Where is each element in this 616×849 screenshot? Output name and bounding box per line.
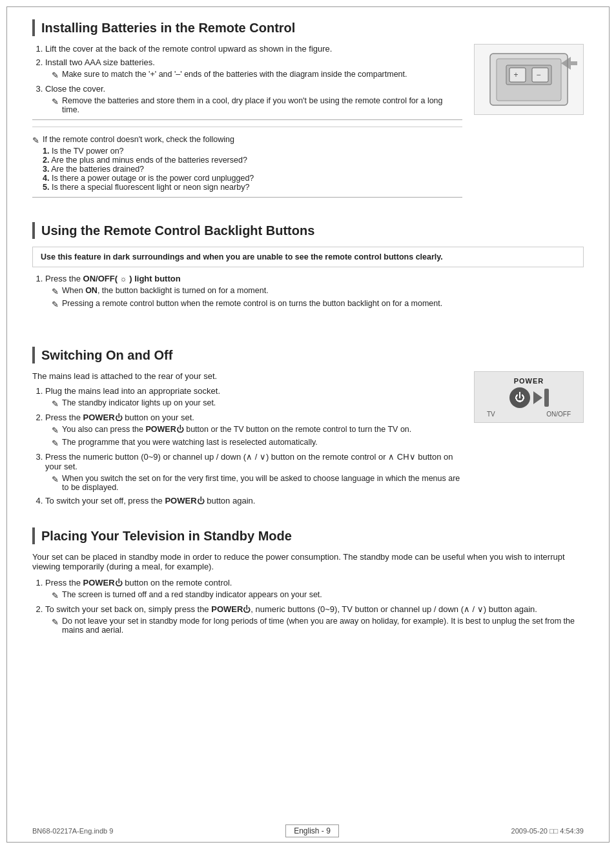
note-icon-10: ✎: [52, 617, 59, 627]
section3-note-2a: ✎ You also can press the POWER⏻ button o…: [52, 425, 462, 435]
section3-intro: The mains lead is attached to the rear o…: [32, 371, 462, 381]
step-1-2-note-text: Make sure to match the '+' and '–' ends …: [62, 70, 462, 79]
section1-text: Lift the cover at the back of the remote…: [32, 44, 462, 204]
section1-content: Lift the cover at the back of the remote…: [32, 44, 584, 204]
troubleshoot-note: ✎ If the remote control doesn't work, ch…: [32, 135, 462, 192]
footer-left: BN68-02217A-Eng.indb 9: [32, 827, 113, 835]
battery-image: + −: [474, 44, 584, 115]
section4-title: Placing Your Television in Standby Mode: [32, 527, 584, 544]
svg-text:+: +: [513, 70, 518, 79]
tv-label: TV: [487, 411, 495, 418]
power-image-inner: POWER ⏻ TV ON/OFF: [487, 377, 571, 418]
note-icon-3: ✎: [52, 287, 59, 296]
power-icon-1: ⏻: [115, 413, 123, 422]
power-icon-3: ⏻: [197, 496, 205, 506]
step-1-3-text: Close the cover.: [45, 84, 105, 94]
section4-step-2: To switch your set back on, simply press…: [45, 604, 584, 635]
power-label: POWER: [487, 377, 571, 385]
note-icon-4: ✎: [52, 300, 59, 309]
note-icon-6: ✎: [52, 425, 59, 435]
note-icon-2: ✎: [52, 97, 59, 107]
section3-note-2a-text: You also can press the POWER⏻ button or …: [62, 425, 462, 434]
troubleshoot-content: If the remote control doesn't work, chec…: [43, 135, 254, 192]
section3-text: The mains lead is attached to the rear o…: [32, 371, 462, 509]
troubleshoot-items: 1. Is the TV power on? 2. Are the plus a…: [43, 147, 254, 192]
spacer-1: [32, 327, 584, 347]
section3-content: The mains lead is attached to the rear o…: [32, 371, 584, 509]
step-1-1: Lift the cover at the back of the remote…: [45, 44, 462, 54]
battery-svg: + −: [477, 47, 580, 112]
power-bar: [544, 389, 549, 407]
section2-note-2-text: Pressing a remote control button when th…: [62, 299, 584, 308]
section3-step2-text: Press the POWER⏻ button on your set.: [45, 413, 194, 422]
section2-note-2: ✎ Pressing a remote control button when …: [52, 299, 584, 309]
section4-steps: Press the POWER⏻ button on the remote co…: [32, 578, 584, 635]
note-icon-9: ✎: [52, 591, 59, 600]
section2-note-1: ✎ When ON, the button backlight is turne…: [52, 286, 584, 296]
arrow-icon: [533, 391, 542, 404]
section1-steps: Lift the cover at the back of the remote…: [32, 44, 462, 114]
svg-text:−: −: [536, 70, 540, 79]
section2-intro: Use this feature in dark surroundings an…: [32, 247, 584, 267]
note-icon-8: ✎: [52, 475, 59, 484]
section2-note-1-text: When ON, the button backlight is turned …: [62, 286, 584, 295]
section2-steps: Press the ON/OFF( ☼ ) light button ✎ Whe…: [32, 274, 584, 309]
section3-steps: Plug the mains lead into an appropriate …: [32, 386, 462, 506]
power-icon-2: ⏻: [176, 425, 184, 434]
troubleshoot-4: 4. Is there a power outage or is the pow…: [43, 174, 254, 183]
power-controls: [533, 389, 549, 407]
section4-note-2: ✎ Do not leave your set in standby mode …: [52, 617, 584, 635]
power-image: POWER ⏻ TV ON/OFF: [474, 371, 584, 423]
divider-1: [32, 119, 462, 120]
section3-step-2: Press the POWER⏻ button on your set. ✎ Y…: [45, 413, 462, 448]
divider-2: [32, 197, 462, 198]
section3-step-3: Press the numeric button (0~9) or channe…: [45, 452, 462, 492]
step-1-1-text: Lift the cover at the back of the remote…: [45, 44, 332, 54]
section3-step-4: To switch your set off, press the POWER⏻…: [45, 496, 462, 506]
troubleshoot-5: 5. Is there a special fluorescent light …: [43, 183, 254, 192]
step-1-3: Close the cover. ✎ Remove the batteries …: [45, 84, 462, 114]
step-1-3-note: ✎ Remove the batteries and store them in…: [52, 96, 462, 114]
footer-right: 2009-05-20 □□ 4:54:39: [511, 827, 584, 835]
section3-note-1-text: The standby indicator lights up on your …: [62, 398, 462, 407]
page-footer: BN68-02217A-Eng.indb 9 English - 9 2009-…: [0, 824, 616, 837]
section3-step3-text: Press the numeric button (0~9) or channe…: [45, 452, 453, 471]
section4-step1-text: Press the POWER⏻ button on the remote co…: [45, 578, 232, 588]
section4-note-2-text: Do not leave your set in standby mode fo…: [62, 617, 584, 635]
section4-note-1-text: The screen is turned off and a red stand…: [62, 590, 584, 599]
section3-note-3: ✎ When you switch the set on for the ver…: [52, 474, 462, 492]
step-1-2-note: ✎ Make sure to match the '+' and '–' end…: [52, 70, 462, 80]
section4-intro: Your set can be placed in standby mode i…: [32, 552, 584, 571]
power-circle: ⏻: [509, 387, 530, 408]
troubleshoot-3: 3. Are the batteries drained?: [43, 165, 254, 174]
step-1-2: Install two AAA size batteries. ✎ Make s…: [45, 57, 462, 80]
troubleshoot-1: 1. Is the TV power on?: [43, 147, 254, 156]
section3-step4-text: To switch your set off, press the POWER⏻…: [45, 496, 255, 506]
section-backlight: Using the Remote Control Backlight Butto…: [32, 222, 584, 309]
section-switching: Switching On and Off The mains lead is a…: [32, 347, 584, 509]
sun-icon: ☼: [120, 274, 127, 283]
step-1-2-text: Install two AAA size batteries.: [45, 57, 155, 67]
section4-step-1: Press the POWER⏻ button on the remote co…: [45, 578, 584, 600]
section3-title: Switching On and Off: [32, 347, 584, 363]
note-icon: ✎: [52, 70, 59, 80]
section-standby: Placing Your Television in Standby Mode …: [32, 527, 584, 635]
section2-step1-text: Press the ON/OFF( ☼ ) light button: [45, 274, 181, 283]
section1-title: Installing Batteries in the Remote Contr…: [32, 19, 584, 36]
section3-note-1: ✎ The standby indicator lights up on you…: [52, 398, 462, 409]
troubleshoot-icon: ✎: [32, 136, 39, 145]
section4-step2-text: To switch your set back on, simply press…: [45, 604, 537, 614]
section3-note-2b: ✎ The programme that you were watching l…: [52, 438, 462, 448]
section3-step-1: Plug the mains lead into an appropriate …: [45, 386, 462, 409]
note-icon-5: ✎: [52, 399, 59, 409]
power-icon-5: ⏻: [243, 605, 251, 614]
section3-note-3-text: When you switch the set on for the very …: [62, 474, 462, 492]
troubleshoot-text: If the remote control doesn't work, chec…: [43, 135, 234, 144]
onoff-label: ON/OFF: [546, 411, 571, 418]
step-1-3-note-text: Remove the batteries and store them in a…: [62, 96, 462, 114]
section-installing-batteries: Installing Batteries in the Remote Contr…: [32, 19, 584, 204]
troubleshoot-block: ✎ If the remote control doesn't work, ch…: [32, 127, 462, 192]
note-icon-7: ✎: [52, 438, 59, 448]
section2-title: Using the Remote Control Backlight Butto…: [32, 222, 584, 239]
troubleshoot-2: 2. Are the plus and minus ends of the ba…: [43, 156, 254, 165]
